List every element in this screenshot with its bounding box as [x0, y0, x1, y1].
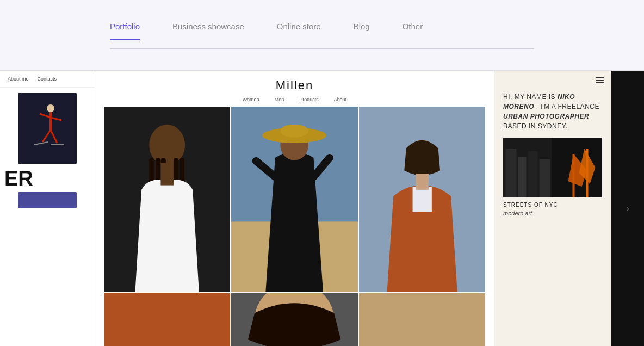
grid-photo-5	[231, 293, 357, 346]
center-header: Millen Women Men Products About	[95, 71, 494, 107]
grid-photo-6	[359, 293, 485, 346]
svg-rect-28	[104, 293, 230, 346]
grid-photo-3	[359, 107, 485, 292]
skier-svg	[18, 93, 77, 164]
center-subnav: Women Men Products About	[243, 97, 346, 102]
left-preview-panel: About me Contacts ER	[0, 71, 95, 346]
svg-rect-34	[518, 157, 527, 197]
subnav-women: Women	[243, 97, 259, 102]
svg-point-21	[281, 125, 309, 138]
right-header	[494, 71, 611, 88]
left-color-strip	[18, 192, 77, 208]
left-nav-contacts: Contacts	[38, 76, 57, 82]
svg-rect-27	[416, 174, 429, 189]
left-nav: About me Contacts	[0, 71, 95, 88]
grid-photo-4	[104, 293, 230, 346]
hamburger-icon	[596, 77, 604, 83]
svg-rect-33	[506, 149, 517, 197]
nav-tab-list: Portfolio Business showcase Online store…	[110, 22, 534, 49]
grid-photo-1	[104, 107, 230, 292]
subnav-products: Products	[299, 97, 319, 102]
right-caption-subtitle: modern art	[494, 210, 611, 217]
grid-photo-2	[231, 107, 357, 292]
svg-point-10	[149, 125, 185, 165]
main-content: About me Contacts ER Millen	[0, 71, 644, 346]
svg-rect-16	[160, 163, 174, 185]
tab-portfolio[interactable]: Portfolio	[110, 22, 140, 40]
center-photo-grid	[95, 107, 494, 346]
tab-online-store[interactable]: Online store	[277, 22, 321, 40]
svg-rect-35	[528, 151, 538, 197]
right-caption-title: STREETS OF NYC	[494, 197, 611, 210]
center-logo: Millen	[276, 78, 313, 92]
svg-rect-36	[540, 159, 550, 197]
right-preview-panel: HI, MY NAME IS Niko Moreno . I'M A FREEL…	[494, 71, 611, 346]
bio-role: urban photographer	[503, 113, 589, 120]
subnav-about: About	[334, 97, 347, 102]
svg-rect-0	[18, 93, 77, 164]
top-navigation: Portfolio Business showcase Online store…	[0, 0, 644, 71]
svg-rect-26	[412, 187, 431, 212]
right-photo	[503, 138, 602, 197]
left-skier-image	[18, 93, 77, 164]
far-right-panel: ›	[611, 71, 644, 346]
next-arrow-icon[interactable]: ›	[626, 203, 629, 214]
svg-point-1	[47, 104, 54, 112]
left-nav-about: About me	[8, 76, 29, 82]
tab-business-showcase[interactable]: Business showcase	[172, 22, 244, 40]
tab-other[interactable]: Other	[403, 22, 423, 40]
subnav-men: Men	[275, 97, 284, 102]
center-preview-panel: Millen Women Men Products About	[95, 71, 494, 346]
left-big-text: ER	[0, 164, 95, 189]
svg-rect-31	[359, 293, 485, 346]
right-bio-text: HI, MY NAME IS Niko Moreno . I'M A FREEL…	[494, 88, 611, 138]
tab-blog[interactable]: Blog	[354, 22, 370, 40]
